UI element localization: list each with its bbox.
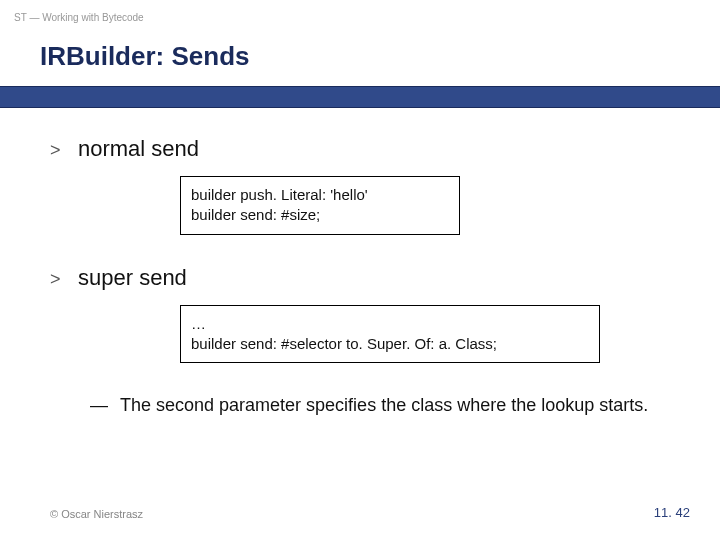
bullet-label: normal send bbox=[78, 136, 199, 162]
bullet-item: > normal send bbox=[50, 136, 670, 162]
note-line: — The second parameter specifies the cla… bbox=[90, 393, 670, 417]
header-label: ST — Working with Bytecode bbox=[0, 0, 720, 23]
code-box: builder push. Literal: 'hello' builder s… bbox=[180, 176, 460, 235]
title-divider bbox=[0, 86, 720, 108]
content-area: > normal send builder push. Literal: 'he… bbox=[0, 108, 720, 417]
footer-copyright: © Oscar Nierstrasz bbox=[50, 508, 143, 520]
note-text: The second parameter specifies the class… bbox=[120, 393, 648, 417]
note-dash: — bbox=[90, 395, 120, 416]
bullet-marker: > bbox=[50, 269, 78, 290]
page-title: IRBuilder: Sends bbox=[0, 23, 720, 86]
code-box: … builder send: #selector to. Super. Of:… bbox=[180, 305, 600, 364]
footer-page-number: 11. 42 bbox=[654, 505, 690, 520]
bullet-label: super send bbox=[78, 265, 187, 291]
bullet-item: > super send bbox=[50, 265, 670, 291]
bullet-marker: > bbox=[50, 140, 78, 161]
